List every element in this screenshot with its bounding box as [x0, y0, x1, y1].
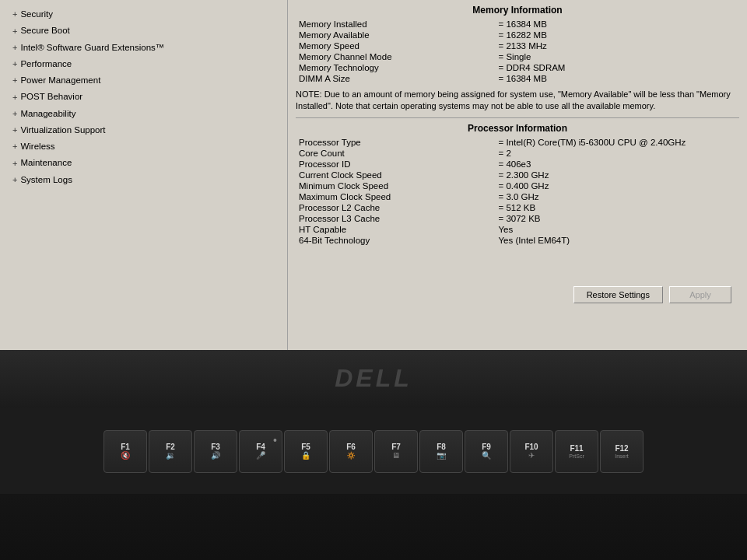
table-row: Memory Technology = DDR4 SDRAM	[296, 62, 739, 73]
dimm-size-label: DIMM A Size	[296, 73, 496, 84]
l3-cache-value: = 3072 KB	[496, 213, 740, 224]
divider	[296, 117, 739, 118]
ht-capable-value: Yes	[496, 224, 740, 235]
table-row: Core Count = 2	[296, 148, 739, 159]
sidebar-item-virtualization[interactable]: Virtualization Support	[0, 122, 287, 138]
memory-speed-label: Memory Speed	[296, 40, 496, 51]
sidebar-item-intel-sgx[interactable]: Intel® Software Guard Extensions™	[0, 40, 287, 56]
memory-tech-value: = DDR4 SDRAM	[496, 62, 740, 73]
memory-channel-label: Memory Channel Mode	[296, 51, 496, 62]
64bit-value: Yes (Intel EM64T)	[496, 235, 740, 246]
memory-tech-label: Memory Technology	[296, 62, 496, 73]
max-clock-label: Maximum Clock Speed	[296, 191, 496, 202]
l2-cache-label: Processor L2 Cache	[296, 202, 496, 213]
table-row: Minimum Clock Speed = 0.400 GHz	[296, 180, 739, 191]
core-count-label: Core Count	[296, 148, 496, 159]
sidebar-item-manageability[interactable]: Manageability	[0, 106, 287, 122]
memory-available-value: = 16282 MB	[496, 30, 740, 40]
table-row: Memory Installed = 16384 MB	[296, 19, 739, 30]
sidebar-item-power-management[interactable]: Power Management	[0, 72, 287, 89]
key-f7[interactable]: F7 🖥	[374, 430, 418, 473]
table-row: 64-Bit Technology Yes (Intel EM64T)	[296, 235, 739, 246]
sidebar-item-maintenance[interactable]: Maintenance	[0, 155, 287, 171]
table-row: Processor L3 Cache = 3072 KB	[296, 213, 739, 224]
l3-cache-label: Processor L3 Cache	[296, 213, 496, 224]
table-row: Processor L2 Cache = 512 KB	[296, 202, 739, 213]
memory-available-label: Memory Available	[296, 30, 496, 40]
memory-info-table: Memory Installed = 16384 MB Memory Avail…	[296, 19, 739, 84]
table-row: Processor Type = Intel(R) Core(TM) i5-63…	[296, 137, 739, 148]
apply-button[interactable]: Apply	[669, 286, 731, 303]
key-f9[interactable]: F9 🔍	[465, 430, 508, 473]
table-row: Memory Available = 16282 MB	[296, 30, 739, 40]
memory-installed-value: = 16384 MB	[496, 19, 740, 30]
proc-type-value: = Intel(R) Core(TM) i5-6300U CPU @ 2.40G…	[496, 137, 740, 148]
key-f11[interactable]: F11 PrtScr	[555, 430, 598, 473]
processor-info-table: Processor Type = Intel(R) Core(TM) i5-63…	[296, 137, 739, 246]
key-f5[interactable]: F5 🔒	[284, 430, 328, 473]
processor-info-header: Processor Information	[296, 123, 739, 134]
dell-logo: DELL	[335, 364, 412, 393]
sidebar-item-wireless[interactable]: Wireless	[0, 138, 287, 155]
min-clock-label: Minimum Clock Speed	[296, 180, 496, 191]
table-row: Memory Speed = 2133 MHz	[296, 40, 739, 51]
max-clock-value: = 3.0 GHz	[496, 191, 740, 202]
sidebar: Security Secure Boot Intel® Software Gua…	[0, 0, 288, 350]
key-f10[interactable]: F10 ✈	[510, 430, 553, 473]
key-f1[interactable]: F1 🔇	[103, 430, 147, 473]
sidebar-item-security[interactable]: Security	[0, 6, 287, 23]
sidebar-item-system-logs[interactable]: System Logs	[0, 172, 287, 188]
current-clock-value: = 2.300 GHz	[496, 170, 740, 180]
table-row: Current Clock Speed = 2.300 GHz	[296, 170, 739, 180]
key-f3[interactable]: F3 🔊	[194, 430, 237, 473]
key-f4[interactable]: • F4 🎤	[239, 430, 282, 473]
memory-speed-value: = 2133 MHz	[496, 40, 740, 51]
keyboard: F1 🔇 F2 🔉 F3 🔊 • F4 🎤 F5 🔒 F6 🔅 F7 🖥	[0, 408, 747, 494]
table-row: HT Capable Yes	[296, 224, 739, 235]
key-f12[interactable]: F12 Insert	[600, 430, 644, 473]
bios-screen: Security Secure Boot Intel® Software Gua…	[0, 0, 747, 350]
core-count-value: = 2	[496, 148, 740, 159]
action-buttons: Restore Settings Apply	[573, 286, 731, 303]
l2-cache-value: = 512 KB	[496, 202, 740, 213]
min-clock-value: = 0.400 GHz	[496, 180, 740, 191]
sidebar-item-post-behavior[interactable]: POST Behavior	[0, 89, 287, 105]
current-clock-label: Current Clock Speed	[296, 170, 496, 180]
key-f2[interactable]: F2 🔉	[149, 430, 192, 473]
proc-id-value: = 406e3	[496, 159, 740, 170]
table-row: Maximum Clock Speed = 3.0 GHz	[296, 191, 739, 202]
sidebar-item-performance[interactable]: Performance	[0, 56, 287, 72]
sidebar-item-secure-boot[interactable]: Secure Boot	[0, 23, 287, 39]
table-row: Memory Channel Mode = Single	[296, 51, 739, 62]
dimm-size-value: = 16384 MB	[496, 73, 740, 84]
memory-info-header: Memory Information	[296, 5, 739, 16]
proc-type-label: Processor Type	[296, 137, 496, 148]
table-row: DIMM A Size = 16384 MB	[296, 73, 739, 84]
table-row: Processor ID = 406e3	[296, 159, 739, 170]
proc-id-label: Processor ID	[296, 159, 496, 170]
restore-settings-button[interactable]: Restore Settings	[573, 286, 663, 303]
memory-channel-value: = Single	[496, 51, 740, 62]
key-f6[interactable]: F6 🔅	[329, 430, 373, 473]
64bit-label: 64-Bit Technology	[296, 235, 496, 246]
laptop-bottom: DELL F1 🔇 F2 🔉 F3 🔊 • F4 🎤 F5 🔒 F6 🔅 F	[0, 350, 747, 560]
ht-capable-label: HT Capable	[296, 224, 496, 235]
memory-note: NOTE: Due to an amount of memory being a…	[296, 89, 739, 113]
key-f8[interactable]: F8 📷	[419, 430, 463, 473]
memory-installed-label: Memory Installed	[296, 19, 496, 30]
